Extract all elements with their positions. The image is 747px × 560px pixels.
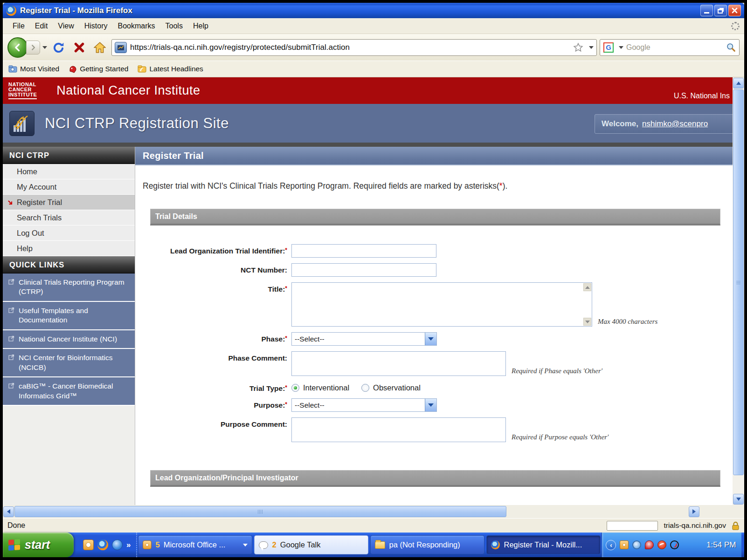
forward-button[interactable]: [26, 41, 40, 55]
search-bar[interactable]: G: [600, 39, 740, 56]
status-text: Done: [7, 521, 601, 530]
bookmark-getting-started[interactable]: Getting Started: [69, 65, 128, 73]
textarea-scroll-down-icon[interactable]: [583, 318, 591, 326]
quick-link-ncicb[interactable]: NCI Center for Bioinformatics (NCICB): [3, 349, 135, 377]
required-asterisk: *: [499, 181, 503, 191]
menu-file[interactable]: File: [7, 20, 30, 32]
tray-magnifier-icon[interactable]: [632, 540, 641, 549]
purpose-select-arrow-icon[interactable]: [425, 399, 436, 411]
search-input[interactable]: [626, 43, 723, 52]
menu-view[interactable]: View: [53, 20, 79, 32]
messenger-quicklaunch-icon[interactable]: [112, 540, 123, 550]
phase-select[interactable]: --Select--: [291, 332, 437, 346]
sidebar-item-log-out[interactable]: Log Out: [3, 225, 135, 241]
taskbar-button-pa-folder[interactable]: pa (Not Responding): [370, 535, 484, 554]
dna-chart-icon: [9, 111, 35, 136]
title-field[interactable]: [291, 282, 592, 327]
nct-number-label: NCT Number:: [149, 263, 291, 274]
sidebar-item-help[interactable]: Help: [3, 241, 135, 256]
search-magnifier-icon[interactable]: [726, 42, 736, 52]
quick-link-cabig[interactable]: caBIG™ - Cancer Biomedical Informatics G…: [3, 377, 135, 406]
vertical-scrollbar[interactable]: [733, 77, 744, 505]
navigation-toolbar: G: [3, 34, 744, 61]
horizontal-scroll-thumb[interactable]: [14, 506, 506, 517]
external-link-icon: [8, 354, 14, 360]
scroll-up-icon[interactable]: [733, 78, 744, 89]
menu-edit[interactable]: Edit: [30, 20, 53, 32]
section-lead-organization: Lead Organization/Principal Investigator: [150, 470, 720, 487]
sidebar-item-search-trials[interactable]: Search Trials: [3, 210, 135, 225]
tray-outlook-icon[interactable]: [620, 540, 629, 549]
home-button[interactable]: [91, 39, 109, 56]
nci-logo[interactable]: NATIONAL CANCER INSTITUTE: [8, 82, 37, 99]
tray-antivirus-icon[interactable]: [657, 540, 666, 549]
search-engine-dropdown-icon[interactable]: [619, 46, 623, 49]
google-engine-icon[interactable]: G: [603, 42, 614, 53]
purpose-select[interactable]: --Select--: [291, 398, 437, 412]
phase-select-arrow-icon[interactable]: [425, 333, 436, 345]
scroll-left-icon[interactable]: [3, 506, 14, 517]
quick-link-nci[interactable]: National Cancer Institute (NCI): [3, 330, 135, 349]
reload-button[interactable]: [50, 39, 68, 56]
horizontal-scroll-track[interactable]: [14, 506, 688, 517]
menu-help[interactable]: Help: [188, 20, 214, 32]
title-label: Title:*: [149, 282, 291, 294]
sidebar-filler: [3, 406, 135, 505]
phase-label: Phase:*: [149, 332, 291, 343]
url-dropdown-icon[interactable]: [589, 46, 594, 49]
scroll-down-icon[interactable]: [733, 494, 744, 505]
taskbar-button-google-talk[interactable]: 2 Google Talk: [254, 535, 368, 554]
trial-type-observational-radio[interactable]: [361, 384, 369, 392]
menu-history[interactable]: History: [79, 20, 113, 32]
start-button[interactable]: start: [3, 533, 74, 557]
taskbar-button-office-group[interactable]: 5 Microsoft Office ...: [138, 535, 252, 554]
purpose-comment-field[interactable]: [291, 417, 506, 442]
outlook-quicklaunch-icon[interactable]: [83, 540, 94, 550]
sidebar-item-register-trial[interactable]: Register Trial: [3, 195, 135, 210]
quicklaunch-overflow-chevron[interactable]: »: [126, 540, 131, 550]
tray-collapse-chevron-icon[interactable]: ‹: [606, 540, 616, 550]
bookmark-star-icon[interactable]: [573, 42, 583, 53]
quick-link-ctrp[interactable]: Clinical Trials Reporting Program (CTRP): [3, 273, 135, 302]
firefox-icon: [491, 540, 500, 549]
close-button[interactable]: [728, 5, 741, 16]
outlook-icon: [143, 540, 152, 549]
tray-app-icon[interactable]: [670, 540, 679, 549]
trial-type-interventional-radio[interactable]: [291, 384, 299, 392]
folder-icon: [375, 541, 385, 549]
bookmark-latest-headlines[interactable]: Latest Headlines: [138, 65, 203, 73]
history-dropdown-icon[interactable]: [42, 46, 47, 49]
minimize-button[interactable]: [700, 5, 713, 16]
reload-icon: [53, 41, 65, 54]
windows-flag-icon: [8, 539, 21, 551]
horizontal-scrollbar[interactable]: [3, 505, 744, 518]
lead-org-id-field[interactable]: [291, 244, 436, 258]
sidebar-item-home[interactable]: Home: [3, 164, 135, 179]
speech-bubble-icon: [259, 541, 268, 549]
url-input[interactable]: [130, 43, 570, 52]
nct-number-field[interactable]: [291, 263, 436, 277]
sidebar-item-my-account[interactable]: My Account: [3, 179, 135, 195]
welcome-box: Welcome, nshimko@scenpro: [595, 114, 733, 134]
taskbar-button-register-trial[interactable]: Register Trial - Mozill...: [486, 535, 601, 554]
welcome-user-link[interactable]: nshimko@scenpro: [642, 119, 708, 129]
restore-button[interactable]: [714, 5, 727, 16]
welcome-label: Welcome,: [602, 119, 638, 129]
firefox-quicklaunch-icon[interactable]: [97, 540, 108, 550]
menu-tools[interactable]: Tools: [160, 20, 188, 32]
bookmark-most-visited[interactable]: Most Visited: [8, 65, 59, 73]
scroll-right-icon[interactable]: [689, 506, 699, 517]
url-bar[interactable]: [111, 39, 597, 56]
lead-org-id-label: Lead Organization Trial Identifier:*: [149, 244, 291, 255]
purpose-comment-label: Purpose Comment:: [149, 417, 291, 429]
textarea-scroll-up-icon[interactable]: [583, 283, 591, 291]
phase-comment-field[interactable]: [291, 351, 506, 376]
menu-bookmarks[interactable]: Bookmarks: [113, 20, 160, 32]
back-button[interactable]: [7, 37, 28, 58]
vertical-scroll-thumb[interactable]: [733, 89, 744, 475]
quick-link-templates[interactable]: Useful Templates and Documentation: [3, 302, 135, 330]
tray-talk-icon[interactable]: [645, 540, 654, 549]
stop-button[interactable]: [70, 39, 88, 56]
home-icon: [94, 42, 106, 53]
taskbar: start » 5 Microsoft Office ... 2 Google …: [3, 533, 744, 557]
